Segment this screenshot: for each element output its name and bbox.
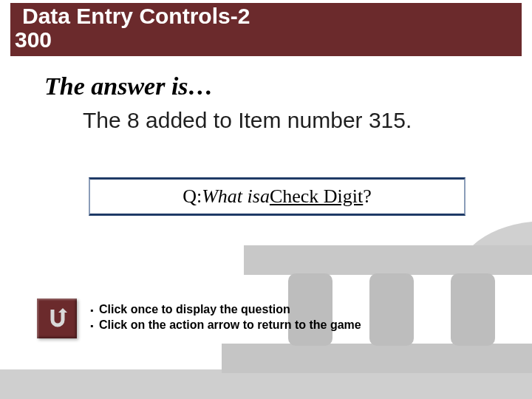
svg-rect-1 — [222, 344, 532, 373]
category-label: Data Entry Controls-2 — [15, 4, 517, 28]
square-bullet-icon: ▪ — [90, 319, 99, 332]
svg-rect-2 — [244, 245, 532, 275]
svg-rect-5 — [451, 273, 495, 346]
question-what: What is — [202, 185, 260, 208]
question-prefix: Q: — [183, 185, 202, 208]
question-term: Check Digit — [270, 185, 363, 208]
title-bar: Data Entry Controls-2 300 — [10, 3, 522, 56]
return-button[interactable] — [37, 299, 77, 338]
answer-is-heading: The answer is… — [44, 72, 214, 100]
slide-root: Data Entry Controls-2 300 The answer is…… — [0, 0, 532, 399]
instruction-item: ▪ Click on the action arrow to return to… — [90, 318, 361, 332]
question-box[interactable]: Q: What is a Check Digit ? — [89, 177, 466, 216]
return-u-arrow-icon — [42, 304, 72, 333]
question-tail: ? — [363, 185, 372, 208]
question-between: a — [260, 185, 270, 208]
instruction-text: Click once to display the question — [99, 303, 290, 316]
clue-text: The 8 added to Item number 315. — [83, 108, 502, 133]
square-bullet-icon: ▪ — [90, 304, 99, 317]
svg-rect-4 — [369, 273, 414, 346]
svg-rect-0 — [0, 369, 532, 399]
instruction-text: Click on the action arrow to return to t… — [99, 318, 361, 332]
instructions: ▪ Click once to display the question ▪ C… — [90, 303, 361, 334]
svg-marker-6 — [58, 308, 67, 313]
instruction-item: ▪ Click once to display the question — [90, 303, 361, 317]
points-label: 300 — [15, 28, 517, 52]
